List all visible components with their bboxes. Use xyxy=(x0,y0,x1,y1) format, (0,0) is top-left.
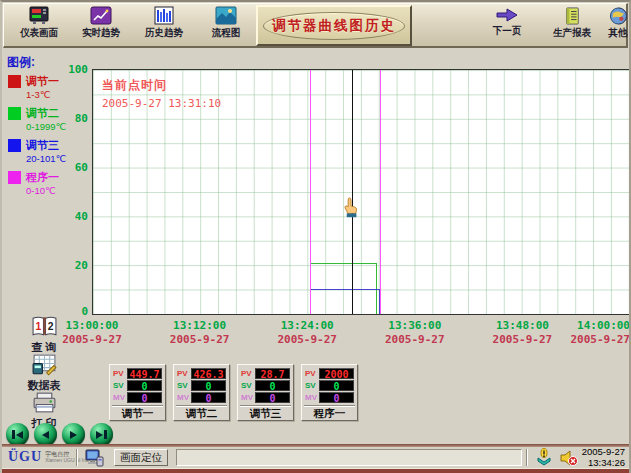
mv-label: MV xyxy=(241,393,253,402)
current-time-cursor-line[interactable] xyxy=(352,70,353,314)
sv-label: SV xyxy=(305,381,317,390)
query-book-icon: 1 2 xyxy=(31,315,58,338)
tick-date: 2005-9-27 xyxy=(170,333,230,346)
system-date: 2005-9-27 xyxy=(582,447,625,458)
computer-icon xyxy=(84,449,104,467)
mv-display: 0 xyxy=(127,392,162,403)
history-trend-button[interactable]: 历史趋势 xyxy=(137,6,191,40)
sv-label: SV xyxy=(113,381,125,390)
tick-date: 2005-9-27 xyxy=(277,333,337,346)
legend: 图例: 调节一 1-3℃ 调节二 0-1999℃ 调节三 20-101℃ 程序一… xyxy=(7,54,91,202)
realtime-trend-button[interactable]: 实时趋势 xyxy=(74,6,128,40)
y-axis-tick: 20 xyxy=(62,259,88,272)
pv-display: 426.3 xyxy=(191,368,226,379)
toolbar-button-label: 生产报表 xyxy=(553,27,591,41)
sv-display: 0 xyxy=(319,380,354,391)
title-oval: 调节器曲线图历史 xyxy=(263,12,405,40)
toolbar-button-label: 其他 xyxy=(609,27,628,41)
screen-locate-button[interactable]: 画面定位 xyxy=(114,449,168,466)
x-axis: 13:00:00 2005-9-27 13:12:00 2005-9-27 13… xyxy=(92,319,630,345)
trend-plot-area[interactable]: 当前点时间 2005-9-27 13:31:10 xyxy=(92,69,630,315)
go-previous-button[interactable] xyxy=(34,423,57,446)
tick-time: 13:12:00 xyxy=(170,319,230,332)
legend-swatch xyxy=(8,107,21,120)
y-axis-tick: 80 xyxy=(62,112,88,125)
legend-swatch xyxy=(8,171,21,184)
toolbar-button-label: 实时趋势 xyxy=(82,27,120,41)
go-last-button[interactable] xyxy=(90,423,113,446)
panel-title: 程序一 xyxy=(304,405,355,421)
next-page-arrow-icon xyxy=(494,6,520,24)
x-axis-tick: 13:48:00 2005-9-27 xyxy=(493,319,553,346)
value-panel: PV426.3 SV0 MV0 调节二 xyxy=(173,364,230,421)
current-point-annotation: 当前点时间 2005-9-27 13:31:10 xyxy=(102,77,221,110)
mv-display: 0 xyxy=(319,392,354,403)
data-table-button[interactable]: 数据表 xyxy=(18,353,70,393)
legend-item: 调节一 1-3℃ xyxy=(8,74,91,100)
statusbar-divider xyxy=(526,449,528,466)
production-report-button[interactable]: 生产报表 xyxy=(544,6,600,40)
trend-paging-nav xyxy=(6,423,113,446)
statusbar: ÜGU 宇电自控 Xiamen UGU AI Inc 画面定位 xyxy=(2,447,629,468)
alarm-ack-icon[interactable] xyxy=(535,448,553,468)
toolbar-button-label: 仪表画面 xyxy=(20,27,58,41)
toolbar-button-label: 流程图 xyxy=(212,27,241,41)
value-panel: PV28.7 SV0 MV0 调节三 xyxy=(237,364,294,421)
mv-display: 0 xyxy=(191,392,226,403)
legend-swatch xyxy=(8,75,21,88)
statusbar-divider xyxy=(76,449,78,466)
sv-label: SV xyxy=(241,381,253,390)
toolbar-button-label: 下一页 xyxy=(493,25,522,39)
realtime-trend-icon xyxy=(89,6,113,26)
pv-display: 2000 xyxy=(319,368,354,379)
flow-diagram-icon xyxy=(214,6,238,26)
mv-label: MV xyxy=(305,393,317,402)
system-time: 13:34:26 xyxy=(582,458,625,469)
tick-date: 2005-9-27 xyxy=(570,333,630,346)
tick-date: 2005-9-27 xyxy=(493,333,553,346)
system-clock: 2005-9-27 13:34:26 xyxy=(582,447,625,468)
y-axis-tick: 40 xyxy=(62,210,88,223)
y-axis-tick: 60 xyxy=(62,161,88,174)
toolbar-button-label: 历史趋势 xyxy=(145,27,183,41)
legend-swatch xyxy=(8,139,21,152)
range-cursor-left-line xyxy=(310,70,311,314)
next-page-button[interactable]: 下一页 xyxy=(482,6,532,38)
sv-display: 0 xyxy=(191,380,226,391)
legend-pen-name: 调节二 xyxy=(26,106,59,121)
page-title-plate: 调节器曲线图历史 xyxy=(256,5,412,46)
y-axis-tick: 100 xyxy=(62,63,88,76)
sound-mute-icon[interactable] xyxy=(559,449,579,467)
go-first-button[interactable] xyxy=(6,423,29,446)
query-button[interactable]: 1 2 查 询 xyxy=(18,315,70,355)
pv-label: PV xyxy=(177,369,189,378)
flow-diagram-button[interactable]: 流程图 xyxy=(202,6,250,40)
panel-title: 调节二 xyxy=(176,405,227,421)
tick-time: 14:00:00 xyxy=(570,319,630,332)
toolbar: 仪表画面 实时趋势 历史趋势 流程图 调节器曲线图历史 下一页 生产报表 xyxy=(3,3,628,48)
tick-time: 13:36:00 xyxy=(385,319,445,332)
sv-display: 0 xyxy=(255,380,290,391)
instrument-screen-button[interactable]: 仪表画面 xyxy=(12,6,66,40)
pv-display: 28.7 xyxy=(255,368,290,379)
x-axis-tick: 13:00:00 2005-9-27 xyxy=(62,319,122,346)
instrument-panel-icon xyxy=(27,6,51,26)
svg-text:2: 2 xyxy=(47,321,53,332)
production-report-icon xyxy=(563,6,581,26)
history-trend-icon xyxy=(152,6,176,26)
status-message-panel xyxy=(176,449,522,466)
mv-display: 0 xyxy=(255,392,290,403)
tick-date: 2005-9-27 xyxy=(385,333,445,346)
pv-display: 449.7 xyxy=(127,368,162,379)
current-point-datetime: 2005-9-27 13:31:10 xyxy=(102,97,221,110)
printer-icon xyxy=(31,391,58,414)
legend-pen-name: 程序一 xyxy=(26,170,59,185)
series-tiaojie3-curve xyxy=(310,289,380,314)
tick-time: 13:24:00 xyxy=(277,319,337,332)
value-panel: PV449.7 SV0 MV0 调节一 xyxy=(109,364,166,421)
pv-label: PV xyxy=(305,369,317,378)
logo-mark: ÜGU xyxy=(8,449,42,465)
other-button[interactable]: 其他 xyxy=(602,6,631,40)
x-axis-tick: 13:24:00 2005-9-27 xyxy=(277,319,337,346)
go-next-button[interactable] xyxy=(62,423,85,446)
